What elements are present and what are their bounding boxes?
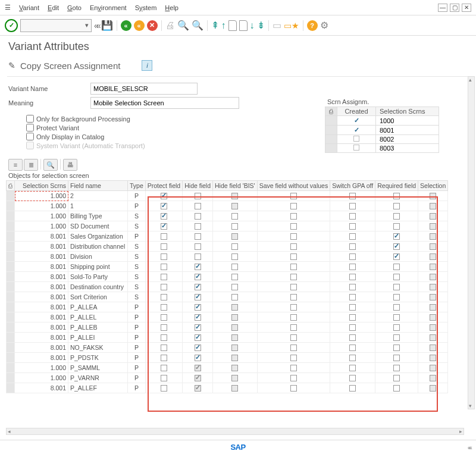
table-row[interactable]: 8.001 P_ALLEI P — [7, 333, 448, 343]
table-row[interactable]: 8.001 P_ALLEL P — [7, 312, 448, 323]
find-next-icon: 🔍 — [192, 20, 203, 31]
print-icon-2[interactable]: 🖶 — [63, 159, 77, 171]
back-icon[interactable]: «« — [94, 21, 99, 30]
exit-circle-icon[interactable]: « — [134, 20, 145, 31]
maximize-button[interactable]: ▢ — [450, 4, 459, 12]
menu-help[interactable]: Help — [165, 4, 178, 11]
cancel-circle-icon[interactable]: ✕ — [147, 20, 158, 31]
selection-screen-table[interactable]: ⎙ Selection Scrns Field name Type Protec… — [6, 180, 448, 393]
close-button[interactable]: ✕ — [462, 4, 471, 12]
shortcut-icon[interactable]: ▭★ — [284, 21, 299, 30]
table-row[interactable]: 1.000 P_VARNR P — [7, 373, 448, 383]
minimize-button[interactable]: — — [438, 4, 447, 12]
last-page-icon[interactable]: ⇟ — [257, 20, 265, 31]
table-row[interactable]: 1.000 P_SAMML P — [7, 363, 448, 373]
info-icon[interactable]: i — [142, 60, 152, 71]
menu-variant[interactable]: Variant — [19, 4, 39, 11]
vertical-scrollbar[interactable] — [468, 76, 475, 409]
table-row[interactable]: 8.001 P_ALLEB P — [7, 323, 448, 333]
table-row[interactable]: 8.001 P_PDSTK P — [7, 353, 448, 363]
table-row[interactable]: 8.001 Sold-To Party S — [7, 272, 448, 282]
screen-assign-row[interactable]: 8002 — [325, 135, 439, 144]
menu-goto[interactable]: Goto — [67, 4, 82, 11]
first-page-icon[interactable]: ⇞ — [211, 20, 219, 31]
variant-name-label: Variant Name — [8, 85, 86, 92]
table-row[interactable]: 8.001 NO_FAKSK P — [7, 343, 448, 353]
table-row[interactable]: 8.001 Destination country S — [7, 282, 448, 292]
table-row[interactable]: 8.001 P_ALLEF P — [7, 383, 448, 393]
menu-edit[interactable]: Edit — [48, 4, 59, 11]
command-field[interactable] — [20, 19, 92, 32]
table-row[interactable]: 8.001 Sort Criterion S — [7, 292, 448, 302]
screen-assignment-panel: Scrn Assignm. ⎙CreatedSelection Scrns ✓1… — [325, 98, 444, 153]
variant-name-input[interactable] — [90, 83, 198, 95]
screen-assign-row[interactable]: 8003 — [325, 144, 439, 153]
select-all-icon[interactable]: ≡ — [8, 159, 23, 171]
table-row[interactable]: 8.001 Sales Organization P — [7, 231, 448, 242]
menu-system[interactable]: System — [135, 4, 157, 11]
toolbar: ✓ «« 💾 « « ✕ 🖨 🔍 🔍 ⇞ ↑ ↓ ⇟ ▭ ▭★ ? ⚙ — [0, 15, 476, 36]
prev-page-icon[interactable]: ↑ — [221, 20, 226, 31]
table-row[interactable]: 1.000 1 P — [7, 201, 448, 211]
collapse-icon[interactable]: «« — [468, 444, 470, 451]
find-icon-2[interactable]: 🔍 — [43, 159, 58, 171]
deselect-all-icon[interactable]: ≣ — [24, 159, 38, 171]
table-row[interactable]: 8.001 Distribution channel S — [7, 242, 448, 252]
save-icon[interactable]: 💾 — [101, 20, 113, 31]
page-icon-2[interactable] — [239, 20, 248, 31]
meaning-input[interactable] — [90, 97, 239, 109]
table-row[interactable]: 1.000 2 P — [7, 191, 448, 201]
sap-logo: SAP — [230, 443, 245, 452]
find-icon: 🔍 — [177, 20, 189, 31]
table-row[interactable]: 8.001 Division S — [7, 252, 448, 262]
print-icon: 🖨 — [165, 20, 175, 31]
enter-icon[interactable]: ✓ — [5, 19, 18, 32]
back-circle-icon[interactable]: « — [121, 20, 131, 31]
help-icon[interactable]: ? — [307, 20, 318, 31]
objects-label: Objects for selection screen — [0, 171, 476, 180]
table-row[interactable]: 8.001 P_ALLEA P — [7, 302, 448, 312]
screen-assign-row[interactable]: ✓8001 — [325, 126, 439, 135]
new-session-icon[interactable]: ▭ — [273, 20, 281, 31]
table-row[interactable]: 1.000 SD Document S — [7, 221, 448, 231]
copy-screen-label[interactable]: Copy Screen Assignment — [20, 61, 120, 71]
page-icon[interactable] — [228, 20, 237, 31]
menu-icon[interactable]: ☰ — [5, 4, 11, 11]
meaning-label: Meaning — [8, 99, 86, 107]
settings-icon[interactable]: ⚙ — [320, 20, 328, 31]
pencil-icon[interactable]: ✎ — [8, 61, 15, 70]
next-page-icon[interactable]: ↓ — [250, 20, 255, 31]
table-row[interactable]: 1.000 Billing Type S — [7, 211, 448, 221]
page-title: Variant Attributes — [0, 36, 476, 58]
menu-environment[interactable]: Environment — [90, 4, 127, 11]
screen-assign-row[interactable]: ✓1000 — [325, 116, 439, 126]
horizontal-scrollbar[interactable]: ◂▸ — [6, 428, 464, 435]
table-row[interactable]: 8.001 Shipping point S — [7, 262, 448, 272]
